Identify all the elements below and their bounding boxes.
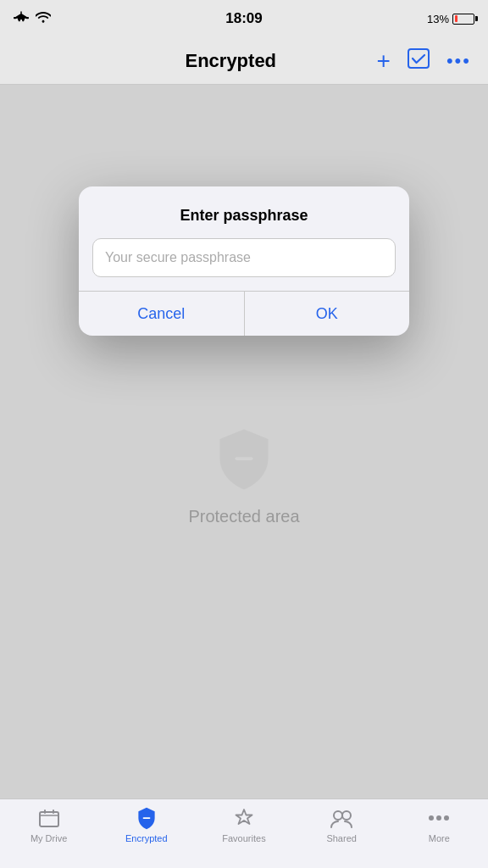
tab-favourites[interactable]: Favourites bbox=[210, 806, 278, 843]
nav-bar: Encrypted + ••• bbox=[0, 37, 488, 85]
svg-rect-2 bbox=[40, 812, 58, 826]
passphrase-dialog: Enter passphrase Cancel OK bbox=[79, 186, 409, 336]
tab-shared[interactable]: Shared bbox=[308, 806, 375, 843]
more-icon bbox=[427, 806, 451, 830]
dialog-buttons: Cancel OK bbox=[79, 291, 409, 336]
dialog-title: Enter passphrase bbox=[79, 186, 409, 238]
shared-icon bbox=[330, 806, 353, 830]
svg-rect-3 bbox=[142, 817, 150, 819]
main-content: Enter passphrase Cancel OK Protected are… bbox=[0, 85, 488, 798]
shield-icon bbox=[210, 426, 278, 493]
svg-point-5 bbox=[342, 811, 351, 820]
add-button[interactable]: + bbox=[377, 47, 391, 75]
tab-encrypted[interactable]: Encrypted bbox=[113, 806, 180, 843]
status-bar: 18:09 13% bbox=[0, 0, 488, 37]
more-label: More bbox=[429, 833, 450, 843]
encrypted-icon bbox=[135, 806, 158, 830]
svg-point-4 bbox=[334, 811, 342, 820]
airplane-icon bbox=[14, 11, 29, 26]
svg-rect-0 bbox=[408, 49, 429, 68]
my-drive-label: My Drive bbox=[30, 833, 67, 843]
svg-rect-1 bbox=[235, 457, 252, 460]
battery-icon bbox=[452, 14, 474, 25]
tab-more[interactable]: More bbox=[405, 806, 473, 843]
favourites-label: Favourites bbox=[222, 833, 265, 843]
check-icon[interactable] bbox=[408, 48, 430, 74]
cancel-button[interactable]: Cancel bbox=[79, 292, 245, 336]
status-bar-time: 18:09 bbox=[225, 10, 262, 27]
svg-point-8 bbox=[444, 815, 449, 821]
shared-label: Shared bbox=[326, 833, 356, 843]
my-drive-icon bbox=[37, 806, 61, 830]
battery-fill bbox=[455, 15, 458, 22]
passphrase-input[interactable] bbox=[92, 238, 396, 277]
favourites-icon bbox=[232, 806, 256, 830]
more-options-button[interactable]: ••• bbox=[446, 50, 471, 72]
wifi-icon bbox=[36, 11, 51, 26]
svg-point-6 bbox=[429, 815, 434, 821]
status-bar-right: 13% bbox=[427, 13, 474, 25]
nav-title: Encrypted bbox=[185, 50, 276, 72]
ok-button[interactable]: OK bbox=[245, 292, 410, 336]
svg-point-7 bbox=[436, 815, 441, 821]
nav-actions: + ••• bbox=[377, 47, 471, 75]
encrypted-label: Encrypted bbox=[125, 833, 168, 843]
tab-bar: My Drive Encrypted Favourites bbox=[0, 798, 488, 868]
tab-my-drive[interactable]: My Drive bbox=[15, 806, 83, 843]
dialog-input-area bbox=[79, 238, 409, 291]
status-bar-left bbox=[14, 11, 51, 26]
battery-percent: 13% bbox=[427, 13, 449, 25]
